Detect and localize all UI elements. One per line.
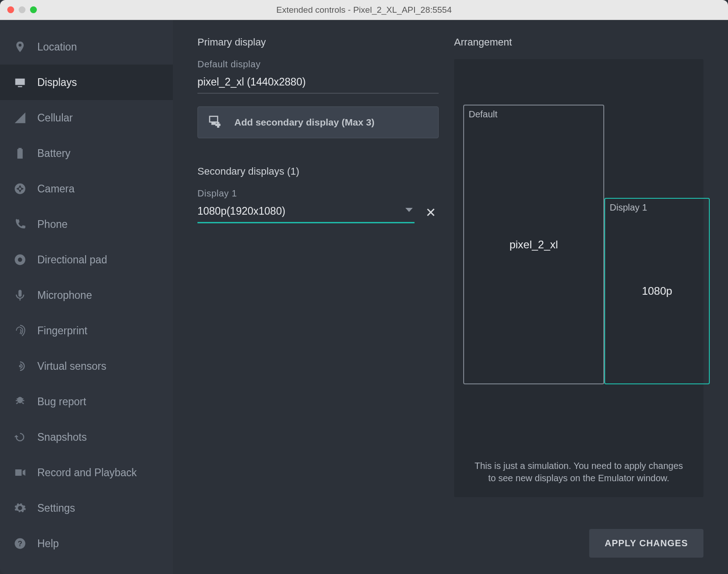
gear-icon — [14, 502, 26, 514]
sidebar-item-label: Location — [37, 41, 77, 53]
sidebar-item-label: Microphone — [37, 289, 92, 302]
main-content: Primary display Default display pixel_2_… — [173, 20, 728, 574]
display-1-row: 1080p(1920x1080) ✕ — [197, 202, 439, 223]
sidebar-item-help[interactable]: ? Help — [0, 526, 173, 561]
sidebar-item-dpad[interactable]: Directional pad — [0, 242, 173, 277]
arrangement-default-label: Default — [469, 109, 497, 120]
sidebar-item-label: Directional pad — [37, 254, 107, 266]
left-column: Primary display Default display pixel_2_… — [197, 36, 439, 558]
traffic-lights — [7, 6, 37, 13]
display-1-resolution-select[interactable]: 1080p(1920x1080) — [197, 202, 415, 223]
arrangement-heading: Arrangement — [454, 36, 703, 48]
help-icon: ? — [14, 537, 26, 550]
sidebar-item-label: Fingerprint — [37, 325, 87, 337]
sidebar-item-label: Displays — [37, 76, 77, 89]
arrangement-note: This is just a simulation. You need to a… — [454, 460, 703, 484]
sidebar-item-label: Camera — [37, 183, 75, 195]
display-1-resolution-value: 1080p(1920x1080) — [197, 205, 285, 217]
cellular-icon — [14, 111, 26, 124]
primary-display-heading: Primary display — [197, 36, 439, 48]
remove-display-1-button[interactable]: ✕ — [423, 204, 439, 222]
svg-point-1 — [18, 257, 22, 262]
window-title: Extended controls - Pixel_2_XL_API_28:55… — [276, 5, 452, 15]
sidebar-item-record-playback[interactable]: Record and Playback — [0, 455, 173, 490]
phone-icon — [14, 218, 26, 231]
apply-changes-button[interactable]: APPLY CHANGES — [589, 529, 703, 558]
sidebar-item-label: Bug report — [37, 396, 86, 408]
sidebar-item-label: Settings — [37, 502, 75, 514]
dpad-icon — [14, 253, 26, 266]
window-close-button[interactable] — [7, 6, 14, 13]
camera-icon — [14, 182, 26, 195]
sidebar-item-microphone[interactable]: Microphone — [0, 277, 173, 313]
default-display-value: pixel_2_xl (1440x2880) — [197, 73, 439, 94]
sidebar-item-virtual-sensors[interactable]: Virtual sensors — [0, 348, 173, 384]
sidebar-item-label: Snapshots — [37, 431, 87, 443]
arrangement-secondary-name: 1080p — [642, 285, 672, 297]
battery-icon — [14, 147, 26, 160]
sidebar-item-label: Battery — [37, 147, 71, 160]
titlebar: Extended controls - Pixel_2_XL_API_28:55… — [0, 0, 728, 20]
add-secondary-display-label: Add secondary display (Max 3) — [234, 117, 374, 128]
sidebar-item-phone[interactable]: Phone — [0, 206, 173, 242]
microphone-icon — [14, 289, 26, 302]
sidebar-item-camera[interactable]: Camera — [0, 171, 173, 206]
right-column: Arrangement Default pixel_2_xl Display 1… — [454, 36, 703, 558]
sidebar-item-label: Record and Playback — [37, 467, 137, 479]
sidebar-item-label: Phone — [37, 218, 68, 231]
secondary-displays-heading: Secondary displays (1) — [197, 166, 439, 177]
default-display-label: Default display — [197, 59, 439, 70]
window-minimize-button[interactable] — [19, 6, 25, 13]
arrangement-default-name: pixel_2_xl — [510, 238, 558, 251]
add-display-icon — [208, 115, 222, 131]
secondary-displays-section: Secondary displays (1) Display 1 1080p(1… — [197, 166, 439, 223]
bug-icon — [14, 395, 26, 408]
sidebar-item-battery[interactable]: Battery — [0, 136, 173, 171]
sidebar-item-bug-report[interactable]: Bug report — [0, 384, 173, 419]
svg-text:?: ? — [18, 539, 22, 548]
body: Location Displays Cellular Battery — [0, 20, 728, 574]
sensors-icon — [14, 360, 26, 373]
sidebar-item-location[interactable]: Location — [0, 29, 173, 65]
sidebar-item-fingerprint[interactable]: Fingerprint — [0, 313, 173, 348]
add-secondary-display-button[interactable]: Add secondary display (Max 3) — [197, 106, 439, 138]
apply-row: APPLY CHANGES — [454, 529, 703, 558]
chevron-down-icon — [405, 208, 413, 212]
sidebar-item-label: Help — [37, 538, 59, 550]
window: Extended controls - Pixel_2_XL_API_28:55… — [0, 0, 728, 574]
sidebar-item-displays[interactable]: Displays — [0, 65, 173, 100]
sidebar-item-snapshots[interactable]: Snapshots — [0, 419, 173, 455]
display-1-label: Display 1 — [197, 188, 439, 199]
snapshots-icon — [14, 431, 26, 443]
location-icon — [14, 40, 26, 53]
sidebar-item-label: Cellular — [37, 112, 73, 124]
sidebar-item-label: Virtual sensors — [37, 360, 106, 373]
record-icon — [14, 466, 26, 479]
svg-point-2 — [19, 365, 21, 368]
sidebar-item-cellular[interactable]: Cellular — [0, 100, 173, 136]
sidebar: Location Displays Cellular Battery — [0, 20, 173, 574]
fingerprint-icon — [14, 324, 26, 337]
sidebar-item-settings[interactable]: Settings — [0, 490, 173, 526]
displays-icon — [14, 76, 26, 89]
arrangement-secondary-label: Display 1 — [610, 202, 647, 213]
arrangement-secondary-display[interactable]: Display 1 1080p — [604, 198, 710, 384]
arrangement-canvas: Default pixel_2_xl Display 1 1080p This … — [454, 59, 703, 497]
window-maximize-button[interactable] — [30, 6, 37, 13]
arrangement-default-display[interactable]: Default pixel_2_xl — [463, 105, 604, 384]
